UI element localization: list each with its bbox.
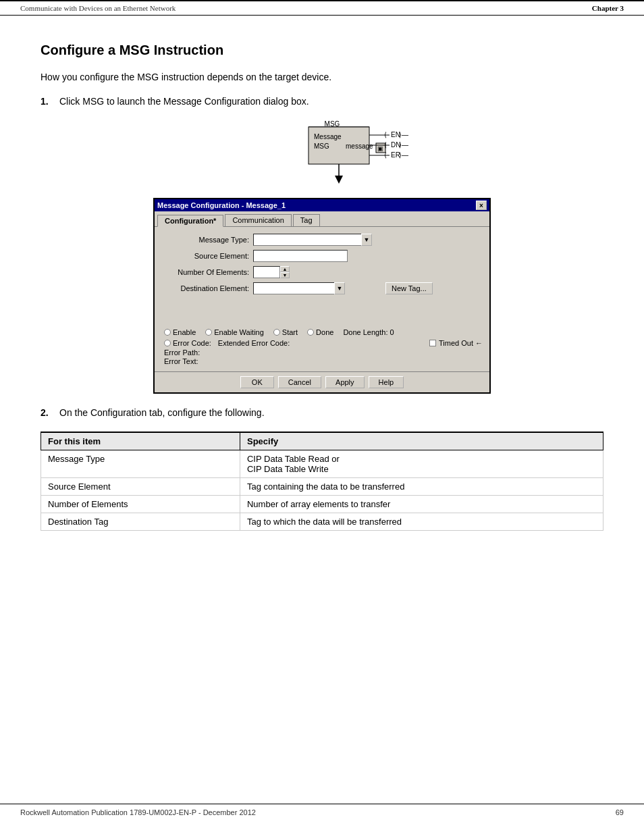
table-header-item: For this item [41, 432, 240, 450]
svg-text:MSG: MSG [314, 142, 329, 150]
dialog-title: Message Configuration - Message_1 [157, 201, 286, 209]
config-table: For this item Specify Message TypeCIP Da… [41, 432, 603, 531]
table-cell-specify: Number of array elements to transfer [240, 496, 603, 513]
intro-paragraph: How you configure the MSG instruction de… [41, 72, 603, 82]
done-label: Done [316, 328, 333, 336]
destination-element-label: Destination Element: [161, 284, 249, 292]
start-status: Start [273, 328, 298, 336]
svg-text:Message: Message [314, 133, 342, 140]
enable-status: Enable [164, 328, 196, 336]
enable-waiting-label: Enable Waiting [214, 328, 264, 336]
status-row-1: Enable Enable Waiting Start Done Done [161, 325, 483, 336]
ladder-diagram-area: MSG Message MSG message ▣ EN ⟨ ⟩— DN ⟨ ⟩… [41, 120, 603, 184]
tab-configuration[interactable]: Configuration* [157, 215, 223, 227]
timed-out-wrapper: Timed Out ← [429, 339, 483, 347]
svg-text:⟨: ⟨ [384, 151, 387, 159]
dialog-titlebar: Message Configuration - Message_1 × [155, 199, 489, 211]
svg-text:⟨: ⟨ [384, 141, 387, 149]
start-radio [273, 329, 280, 336]
num-elements-label: Number Of Elements: [161, 268, 249, 276]
extended-error-label: Extended Error Code: [218, 339, 290, 347]
message-type-label: Message Type: [161, 236, 249, 244]
destination-select-wrapper: ▼ [253, 282, 345, 294]
message-type-input[interactable]: CIP Data Table Read [253, 234, 372, 246]
table-cell-specify: Tag containing the data to be transferre… [240, 478, 603, 496]
ok-button[interactable]: OK [240, 376, 274, 388]
apply-button[interactable]: Apply [325, 376, 365, 388]
spinner-buttons: ▲ ▼ [280, 266, 290, 278]
enable-label: Enable [173, 328, 196, 336]
table-row: Source ElementTag containing the data to… [41, 478, 603, 496]
step-1: 1. Click MSG to launch the Message Confi… [41, 96, 603, 107]
new-tag-button[interactable]: New Tag... [385, 282, 433, 294]
step-2-number: 2. [41, 407, 54, 418]
table-cell-specify: Tag to which the data will be transferre… [240, 513, 603, 531]
svg-text:message: message [346, 142, 373, 150]
error-path-label: Error Path: [164, 348, 200, 357]
timed-out-label: Timed Out ← [439, 339, 483, 347]
table-row: Destination TagTag to which the data wil… [41, 513, 603, 531]
dialog-close-button[interactable]: × [476, 201, 487, 210]
cancel-button[interactable]: Cancel [278, 376, 321, 388]
dialog-wrapper: Message Configuration - Message_1 × Conf… [41, 198, 603, 394]
error-code-status: Error Code: [164, 339, 211, 347]
error-path-row: Error Path: [161, 348, 483, 357]
svg-text:⟩—: ⟩— [399, 151, 408, 159]
message-type-select-wrapper: CIP Data Table Read ▼ [253, 234, 372, 246]
enable-radio [164, 329, 171, 336]
done-radio [307, 329, 314, 336]
message-type-row: Message Type: CIP Data Table Read ▼ [161, 234, 483, 246]
num-elements-spinner: ▲ ▼ [253, 266, 290, 278]
enable-waiting-status: Enable Waiting [205, 328, 264, 336]
table-row: Message TypeCIP Data Table Read orCIP Da… [41, 450, 603, 478]
num-elements-input[interactable] [253, 266, 280, 278]
main-content: Configure a MSG Instruction How you conf… [0, 16, 644, 565]
header-chapter-title: Communicate with Devices on an Ethernet … [20, 4, 176, 12]
page-header: Communicate with Devices on an Ethernet … [0, 0, 644, 16]
table-cell-specify: CIP Data Table Read orCIP Data Table Wri… [240, 450, 603, 478]
tab-tag[interactable]: Tag [293, 214, 320, 226]
table-header-row: For this item Specify [41, 432, 603, 450]
num-elements-row: Number Of Elements: ▲ ▼ [161, 266, 483, 278]
status-row-2: Error Code: Extended Error Code: Timed O… [161, 339, 483, 347]
svg-text:MSG: MSG [325, 120, 340, 128]
svg-text:⟨: ⟨ [384, 131, 387, 138]
header-chapter-num: Chapter 3 [592, 4, 624, 12]
table-cell-item: Message Type [41, 450, 240, 478]
start-label: Start [282, 328, 298, 336]
dialog-tabs: Configuration* Communication Tag [155, 211, 489, 227]
dialog-footer: OK Cancel Apply Help [155, 371, 489, 392]
dialog-body: Message Type: CIP Data Table Read ▼ Sour… [155, 227, 489, 371]
done-length-label: Done Length: 0 [343, 328, 394, 336]
table-row: Number of ElementsNumber of array elemen… [41, 496, 603, 513]
destination-element-input[interactable] [253, 282, 345, 294]
table-cell-item: Source Element [41, 478, 240, 496]
svg-text:⟩—: ⟩— [399, 141, 408, 149]
footer-right: 69 [616, 808, 624, 816]
footer-left: Rockwell Automation Publication 1789-UM0… [20, 808, 256, 816]
destination-element-row: Destination Element: ▼ New Tag... [161, 282, 483, 294]
step-2: 2. On the Configuration tab, configure t… [41, 407, 603, 418]
tab-communication[interactable]: Communication [225, 214, 291, 226]
step-1-number: 1. [41, 96, 54, 107]
help-button[interactable]: Help [369, 376, 404, 388]
source-element-row: Source Element: [161, 250, 483, 262]
spinner-up-button[interactable]: ▲ [280, 266, 290, 272]
svg-text:▣: ▣ [377, 145, 383, 152]
page-footer: Rockwell Automation Publication 1789-UM0… [0, 804, 644, 820]
source-element-input[interactable] [253, 250, 348, 262]
section-title: Configure a MSG Instruction [41, 43, 603, 58]
error-code-label: Error Code: [173, 339, 211, 347]
timed-out-checkbox[interactable] [429, 340, 436, 346]
enable-waiting-radio [205, 329, 212, 336]
svg-text:⟩—: ⟩— [399, 131, 408, 138]
spinner-down-button[interactable]: ▼ [280, 272, 290, 278]
table-cell-item: Number of Elements [41, 496, 240, 513]
message-config-dialog: Message Configuration - Message_1 × Conf… [153, 198, 491, 394]
error-code-radio [164, 340, 171, 346]
table-header-specify: Specify [240, 432, 603, 450]
step-2-text: On the Configuration tab, configure the … [59, 407, 265, 418]
ladder-diagram: MSG Message MSG message ▣ EN ⟨ ⟩— DN ⟨ ⟩… [227, 120, 417, 184]
dialog-spacer [161, 298, 483, 325]
table-cell-item: Destination Tag [41, 513, 240, 531]
